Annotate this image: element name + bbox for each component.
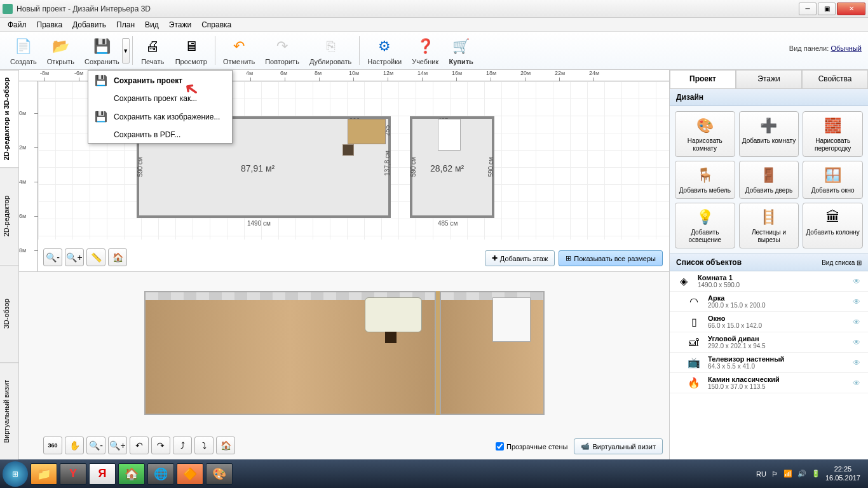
duplicate-button[interactable]: ⎘Дублировать (304, 35, 356, 67)
print-button[interactable]: 🖨Печать (135, 35, 170, 67)
add-light-button[interactable]: 💡Добавить освещение (675, 203, 735, 248)
pan-button[interactable]: ✋ (65, 437, 84, 454)
tray-battery-icon[interactable]: 🔋 (811, 470, 820, 478)
create-button[interactable]: 📄Создать (5, 35, 42, 67)
list-item[interactable]: 📺Телевизор настенный64.3 x 5.5 x 41.0👁 (670, 353, 868, 373)
task-yandex2[interactable]: Я (89, 463, 116, 485)
preview-button[interactable]: 🖥Просмотр (170, 35, 212, 67)
tilt-down-button[interactable]: ⤵ (194, 437, 214, 454)
room-2[interactable]: 28,62 м² 485 см 590 см 590 см 485 см (410, 116, 494, 218)
transparent-walls-checkbox[interactable]: Прозрачные стены (496, 442, 567, 451)
tilt-up-button[interactable]: ⤴ (173, 437, 192, 454)
rotate-right-button[interactable]: ↷ (151, 437, 170, 454)
eye-icon[interactable]: 👁 (853, 338, 863, 347)
task-app2[interactable]: 🔶 (177, 463, 203, 485)
list-item[interactable]: 🔥Камин классический150.0 x 37.0 x 113.5👁 (670, 373, 868, 393)
add-window-button[interactable]: 🪟Добавить окно (803, 161, 863, 199)
tab-virtual[interactable]: Виртуальный визит (0, 362, 18, 459)
show-dimensions-button[interactable]: ⊞Показывать все размеры (559, 250, 663, 266)
canvas-3d[interactable]: 360 ✋ 🔍- 🔍+ ↶ ↷ ⤴ ⤵ 🏠 Прозрачные стены 📹… (19, 272, 669, 459)
task-explorer[interactable]: 📁 (31, 463, 57, 485)
task-paint[interactable]: 🎨 (206, 463, 233, 485)
tab-properties[interactable]: Свойства (802, 70, 868, 88)
save-project-item[interactable]: 💾Сохранить проект (88, 71, 232, 90)
start-button[interactable]: ⊞ (3, 461, 28, 487)
measure-button[interactable]: 📏 (86, 248, 105, 266)
objects-list[interactable]: ◈Комната 11490.0 x 590.0👁◠Арка200.0 x 15… (670, 271, 868, 459)
save-pdf-item[interactable]: Сохранить в PDF... (88, 126, 232, 143)
minimize-button[interactable]: ─ (799, 3, 817, 15)
bed-3d[interactable] (492, 297, 531, 342)
task-chrome[interactable]: 🌐 (147, 463, 174, 485)
zoom-out-button[interactable]: 🔍- (43, 248, 62, 266)
list-item[interactable]: ◈Комната 11490.0 x 590.0👁 (670, 271, 868, 292)
save-button[interactable]: 💾Сохранить (79, 35, 125, 67)
tab-3d[interactable]: 3D-обзор (0, 265, 18, 362)
menu-file[interactable]: Файл (3, 19, 32, 30)
view-3d[interactable] (144, 291, 545, 415)
eye-icon[interactable]: 👁 (853, 358, 863, 367)
tray-network-icon[interactable]: 📶 (783, 470, 792, 478)
tray-lang[interactable]: RU (756, 470, 766, 478)
rotate-left-button[interactable]: ↶ (130, 437, 149, 454)
eye-icon[interactable]: 👁 (853, 318, 863, 327)
add-room-button[interactable]: ➕Добавить комнату (739, 111, 799, 157)
floor-1-3d[interactable] (144, 291, 436, 415)
tray-sound-icon[interactable]: 🔊 (797, 470, 806, 478)
add-column-button[interactable]: 🏛Добавить колонну (803, 203, 863, 248)
close-button[interactable]: ✕ (837, 3, 865, 15)
menu-edit[interactable]: Правка (32, 19, 68, 30)
separator (359, 36, 360, 65)
tab-floors[interactable]: Этажи (736, 70, 802, 88)
list-item[interactable]: 🛋Угловой диван292.0 x 202.1 x 94.5👁 (670, 332, 868, 353)
tab-2d[interactable]: 2D-редактор (0, 167, 18, 264)
furniture-sofa[interactable] (348, 119, 386, 144)
zoom-out-3d-button[interactable]: 🔍- (86, 437, 105, 454)
save-dropdown-button[interactable]: ▼ (122, 38, 130, 64)
rotate-360-button[interactable]: 360 (43, 437, 62, 454)
tab-2d-3d[interactable]: 2D-редактор и 3D-обзор (0, 70, 18, 167)
add-furniture-button[interactable]: 🪑Добавить мебель (675, 161, 735, 199)
redo-button[interactable]: ↷Повторить (260, 35, 304, 67)
maximize-button[interactable]: ▣ (818, 3, 836, 15)
menu-view[interactable]: Вид (140, 19, 164, 30)
menu-floors[interactable]: Этажи (164, 19, 196, 30)
add-door-button[interactable]: 🚪Добавить дверь (739, 161, 799, 199)
eye-icon[interactable]: 👁 (853, 277, 863, 286)
list-item[interactable]: ◠Арка200.0 x 15.0 x 200.0👁 (670, 292, 868, 312)
zoom-in-button[interactable]: 🔍+ (65, 248, 84, 266)
furniture-bed[interactable] (438, 119, 461, 151)
menu-plan[interactable]: План (111, 19, 140, 30)
furniture-table[interactable] (342, 144, 354, 156)
add-floor-button[interactable]: ✚Добавить этаж (485, 250, 555, 266)
menu-help[interactable]: Справка (196, 19, 236, 30)
tray-flag-icon[interactable]: 🏳 (771, 470, 778, 478)
home-3d-button[interactable]: 🏠 (216, 437, 235, 454)
list-item[interactable]: ▯Окно66.0 x 15.0 x 142.0👁 (670, 312, 868, 332)
save-image-item[interactable]: 💾Сохранить как изображение... (88, 107, 232, 126)
eye-icon[interactable]: 👁 (853, 379, 863, 388)
save-as-item[interactable]: Сохранить проект как... (88, 90, 232, 107)
virtual-visit-button[interactable]: 📹Виртуальный визит (574, 438, 663, 454)
list-view-toggle[interactable]: Вид списка ⊞ (822, 259, 862, 266)
task-app[interactable]: 🏠 (118, 463, 145, 485)
tab-project[interactable]: Проект (670, 70, 736, 88)
eye-icon[interactable]: 👁 (853, 297, 863, 306)
home-button[interactable]: 🏠 (108, 248, 127, 266)
undo-button[interactable]: ↶Отменить (218, 35, 260, 67)
sofa-3d[interactable] (365, 297, 422, 332)
open-button[interactable]: 📂Открыть (42, 35, 79, 67)
tutorial-button[interactable]: ❓Учебник (407, 35, 444, 67)
stairs-button[interactable]: 🪜Лестницы и вырезы (739, 203, 799, 248)
panel-mode-link[interactable]: Обычный (831, 44, 862, 52)
draw-wall-button[interactable]: 🧱Нарисовать перегородку (803, 111, 863, 157)
task-yandex[interactable]: Y (60, 463, 86, 485)
floor-2-3d[interactable] (440, 291, 545, 415)
tray-clock[interactable]: 22:25 16.05.2017 (825, 465, 860, 482)
buy-button[interactable]: 🛒Купить (444, 35, 478, 67)
menu-add[interactable]: Добавить (67, 19, 111, 30)
zoom-in-3d-button[interactable]: 🔍+ (108, 437, 127, 454)
draw-room-button[interactable]: 🎨Нарисовать комнату (675, 111, 735, 157)
settings-button[interactable]: ⚙Настройки (362, 35, 407, 67)
table-3d[interactable] (385, 332, 397, 343)
